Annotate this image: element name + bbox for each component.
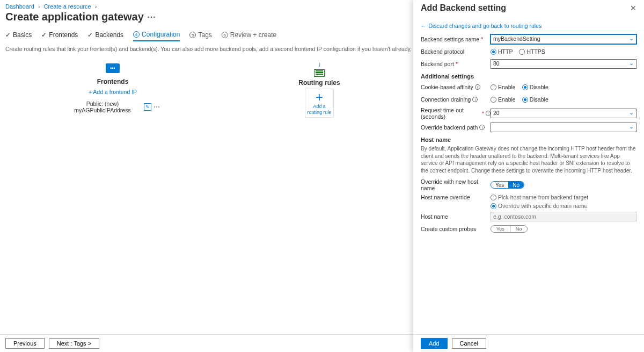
radio-label: Override with specific domain name: [498, 203, 587, 209]
radio-drain-enable[interactable]: Enable: [491, 96, 516, 103]
page-title-text: Create application gateway: [5, 11, 144, 23]
frontends-group: ••• Frontends + Add a frontend IP Public…: [64, 61, 161, 113]
previous-button[interactable]: Previous: [5, 338, 45, 349]
tab-label: Tags: [198, 31, 211, 39]
row-probes: Create custom probes Yes No: [421, 224, 636, 234]
tab-basics[interactable]: ✓Basics: [5, 28, 32, 41]
breadcrumb-create-resource[interactable]: Create a resource: [44, 3, 91, 10]
tab-configuration[interactable]: 4Configuration: [133, 28, 180, 41]
label-hostname: Host name: [421, 213, 448, 220]
next-button[interactable]: Next : Tags >: [49, 338, 99, 349]
add-frontend-ip-link[interactable]: + Add a frontend IP: [89, 89, 137, 95]
radio-override-domain[interactable]: Override with specific domain name: [491, 203, 587, 209]
radio-label: HTTP: [498, 48, 513, 55]
backend-name-input[interactable]: myBackendSetting: [491, 34, 636, 44]
info-icon[interactable]: i: [472, 97, 478, 102]
label-override-host: Override with new host name: [421, 178, 491, 191]
row-override-host: Override with new host name Yes No: [421, 178, 636, 191]
check-icon: ✓: [87, 31, 93, 39]
edit-icon[interactable]: ✎: [144, 103, 151, 111]
row-protocol: Backend protocol HTTP HTTPS: [421, 47, 636, 56]
tab-frontends[interactable]: ✓Frontends: [41, 28, 78, 41]
radio-drain-disable[interactable]: Disable: [522, 96, 548, 103]
label-draining: Connection draining: [421, 96, 471, 103]
label-probes: Create custom probes: [421, 226, 476, 232]
label-override-path: Override backend path: [421, 124, 478, 131]
row-draining: Connection drainingi Enable Disable: [421, 95, 636, 104]
info-icon[interactable]: i: [486, 111, 491, 116]
label-affinity: Cookie-based affinity: [421, 84, 473, 90]
panel-footer: Add Cancel: [413, 334, 644, 352]
frontend-item-label: Public: (new) myAGPublicIPAddress: [64, 100, 141, 113]
tab-label: Backends: [95, 31, 123, 39]
routing-heading: Routing rules: [284, 79, 354, 87]
override-host-toggle[interactable]: Yes No: [491, 181, 524, 189]
tab-label: Configuration: [142, 31, 180, 38]
cancel-button[interactable]: Cancel: [452, 338, 486, 349]
breadcrumb-sep: ›: [36, 3, 42, 10]
step-icon: 5: [189, 32, 196, 38]
more-icon[interactable]: ⋯: [152, 103, 161, 111]
radio-label: Enable: [498, 96, 516, 103]
label-name: Backend settings name: [421, 36, 479, 42]
radio-pick-backend[interactable]: Pick host name from backend target: [491, 194, 588, 200]
hostname-heading: Host name: [421, 137, 636, 143]
radio-label: Pick host name from backend target: [498, 194, 588, 200]
tab-review[interactable]: 6Review + create: [222, 28, 276, 41]
label-hostname-override: Host name override: [421, 194, 470, 200]
label-timeout: Request time-out (seconds): [421, 107, 480, 120]
row-override-path: Override backend pathi: [421, 123, 636, 132]
download-icon: ↓: [318, 61, 321, 68]
radio-affinity-enable[interactable]: Enable: [491, 84, 516, 90]
hostname-description: By default, Application Gateway does not…: [421, 145, 636, 174]
row-affinity: Cookie-based affinityi Enable Disable: [421, 82, 636, 92]
backend-port-input[interactable]: 80: [491, 59, 636, 69]
seg-no: No: [510, 226, 528, 232]
list-icon: [314, 69, 325, 77]
radio-label: Enable: [498, 84, 516, 90]
tab-tags[interactable]: 5Tags: [189, 28, 211, 41]
add-backend-setting-panel: Add Backend setting ✕ ← Discard changes …: [413, 0, 644, 352]
add-button[interactable]: Add: [421, 338, 448, 349]
label-port: Backend port: [421, 61, 454, 67]
add-routing-rule-card[interactable]: + Add a routing rule: [305, 89, 334, 118]
check-icon: ✓: [41, 31, 47, 39]
add-routing-label: Add a routing rule: [305, 104, 333, 116]
row-hostname: Host name: [421, 212, 636, 221]
radio-http[interactable]: HTTP: [491, 48, 513, 55]
info-icon[interactable]: i: [475, 84, 480, 90]
radio-label: Disable: [530, 84, 548, 90]
more-icon[interactable]: ⋯: [147, 13, 156, 21]
toggle-yes: Yes: [491, 182, 508, 188]
arrow-left-icon: ←: [421, 23, 427, 29]
frontends-icon: •••: [105, 61, 120, 76]
breadcrumb-dashboard[interactable]: Dashboard: [5, 3, 34, 10]
tab-label: Basics: [13, 31, 32, 39]
panel-header: Add Backend setting ✕: [413, 0, 644, 15]
tab-label: Review + create: [230, 31, 276, 39]
toggle-no: No: [508, 182, 524, 188]
radio-affinity-disable[interactable]: Disable: [522, 84, 548, 90]
plus-icon: +: [316, 91, 323, 104]
tab-label: Frontends: [49, 31, 78, 39]
hostname-input[interactable]: [491, 212, 636, 221]
radio-label: HTTPS: [526, 48, 545, 55]
timeout-input[interactable]: 20: [491, 109, 636, 118]
breadcrumb-sep: ›: [93, 3, 99, 10]
info-icon[interactable]: i: [479, 125, 485, 130]
override-path-input[interactable]: [491, 123, 636, 132]
label-protocol: Backend protocol: [421, 48, 464, 55]
discard-back-link[interactable]: ← Discard changes and go back to routing…: [421, 23, 636, 29]
additional-settings-heading: Additional settings: [421, 73, 636, 80]
close-icon[interactable]: ✕: [630, 4, 636, 12]
radio-https[interactable]: HTTPS: [519, 48, 545, 55]
probes-toggle[interactable]: Yes No: [491, 225, 528, 233]
row-timeout: Request time-out (seconds)*i 20: [421, 107, 636, 120]
seg-yes: Yes: [491, 226, 510, 232]
frontend-item: Public: (new) myAGPublicIPAddress ✎ ⋯: [64, 100, 161, 113]
routing-rules-group: ↓ Routing rules + Add a routing rule: [284, 61, 354, 118]
row-backend-name: Backend settings name* myBackendSetting: [421, 34, 636, 44]
frontends-heading: Frontends: [64, 78, 161, 85]
tab-backends[interactable]: ✓Backends: [87, 28, 123, 41]
radio-label: Disable: [530, 96, 548, 103]
